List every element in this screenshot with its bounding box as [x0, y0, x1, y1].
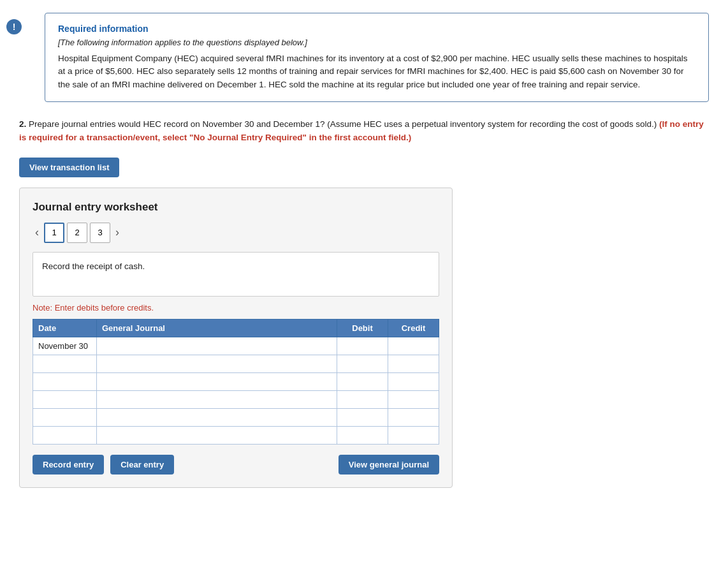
date-cell-2	[33, 355, 97, 372]
table-row	[33, 408, 439, 426]
gj-cell-3[interactable]	[97, 372, 337, 390]
worksheet-title: Journal entry worksheet	[33, 201, 439, 214]
credit-input-5[interactable]	[388, 409, 439, 426]
credit-cell-4[interactable]	[388, 390, 439, 408]
table-row	[33, 355, 439, 372]
date-cell-1: November 30	[33, 337, 97, 355]
gj-cell-4[interactable]	[97, 390, 337, 408]
debit-input-2[interactable]	[337, 355, 388, 372]
credit-cell-2[interactable]	[388, 355, 439, 372]
credit-cell-3[interactable]	[388, 372, 439, 390]
date-cell-4	[33, 390, 97, 408]
debit-cell-5[interactable]	[337, 408, 388, 426]
tab-1-button[interactable]: 1	[44, 223, 64, 243]
debit-input-5[interactable]	[337, 409, 388, 426]
gj-cell-6[interactable]	[97, 426, 337, 444]
bottom-buttons: Record entry Clear entry View general jo…	[33, 455, 439, 475]
info-box-title: Required information	[58, 24, 695, 34]
record-entry-button[interactable]: Record entry	[33, 455, 104, 475]
credit-cell-1[interactable]	[388, 337, 439, 355]
debit-cell-2[interactable]	[337, 355, 388, 372]
col-header-gj: General Journal	[97, 319, 337, 337]
clear-entry-button[interactable]: Clear entry	[110, 455, 174, 475]
gj-input-6[interactable]	[97, 427, 337, 444]
journal-table: Date General Journal Debit Credit Novemb…	[33, 319, 439, 445]
question-section: 2. Prepare journal entries would HEC rec…	[19, 117, 709, 145]
table-row	[33, 372, 439, 390]
credit-cell-5[interactable]	[388, 408, 439, 426]
credit-cell-6[interactable]	[388, 426, 439, 444]
debit-input-4[interactable]	[337, 391, 388, 408]
info-icon: !	[6, 19, 22, 34]
col-header-debit: Debit	[337, 319, 388, 337]
credit-input-3[interactable]	[388, 373, 439, 390]
table-row	[33, 390, 439, 408]
gj-cell-2[interactable]	[97, 355, 337, 372]
view-transaction-btn-container: View transaction list	[19, 158, 709, 177]
tab-navigation: ‹ 1 2 3 ›	[33, 223, 439, 243]
note-text: Note: Enter debits before credits.	[33, 303, 439, 313]
question-number: 2.	[19, 119, 26, 129]
tab-next-button[interactable]: ›	[113, 226, 122, 239]
gj-cell-5[interactable]	[97, 408, 337, 426]
gj-input-2[interactable]	[97, 355, 337, 372]
debit-cell-6[interactable]	[337, 426, 388, 444]
date-cell-5	[33, 408, 97, 426]
debit-input-3[interactable]	[337, 373, 388, 390]
instruction-box: Record the receipt of cash.	[33, 252, 439, 297]
table-row: November 30	[33, 337, 439, 355]
info-box: Required information [The following info…	[45, 13, 709, 102]
gj-cell-1[interactable]	[97, 337, 337, 355]
question-text: Prepare journal entries would HEC record…	[29, 119, 657, 129]
tab-2-button[interactable]: 2	[67, 223, 87, 243]
tab-3-button[interactable]: 3	[90, 223, 110, 243]
credit-input-6[interactable]	[388, 427, 439, 444]
instruction-text: Record the receipt of cash.	[42, 261, 145, 271]
view-general-journal-button[interactable]: View general journal	[339, 455, 439, 475]
credit-input-4[interactable]	[388, 391, 439, 408]
debit-cell-4[interactable]	[337, 390, 388, 408]
debit-cell-3[interactable]	[337, 372, 388, 390]
gj-input-5[interactable]	[97, 409, 337, 426]
credit-input-1[interactable]	[388, 337, 439, 355]
date-cell-3	[33, 372, 97, 390]
debit-cell-1[interactable]	[337, 337, 388, 355]
gj-input-1[interactable]	[97, 337, 337, 355]
col-header-credit: Credit	[388, 319, 439, 337]
gj-input-3[interactable]	[97, 373, 337, 390]
debit-input-1[interactable]	[337, 337, 388, 355]
date-cell-6	[33, 426, 97, 444]
info-box-body: Hospital Equipment Company (HEC) acquire…	[58, 52, 695, 91]
tab-prev-button[interactable]: ‹	[33, 226, 41, 239]
credit-input-2[interactable]	[388, 355, 439, 372]
view-transaction-list-button[interactable]: View transaction list	[19, 158, 119, 177]
col-header-date: Date	[33, 319, 97, 337]
worksheet-container: Journal entry worksheet ‹ 1 2 3 › Record…	[19, 188, 453, 488]
debit-input-6[interactable]	[337, 427, 388, 444]
table-row	[33, 426, 439, 444]
gj-input-4[interactable]	[97, 391, 337, 408]
info-box-subtitle: [The following information applies to th…	[58, 38, 695, 47]
